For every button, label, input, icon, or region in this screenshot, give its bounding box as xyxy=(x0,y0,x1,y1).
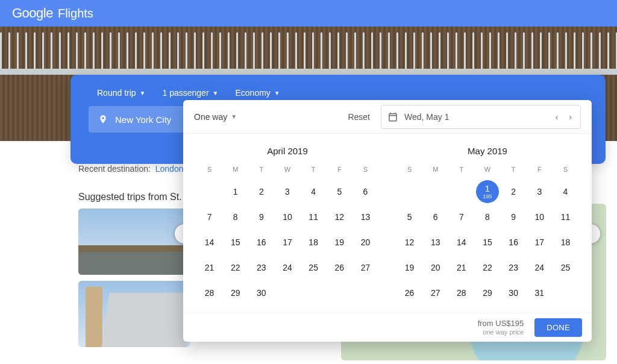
calendar-day[interactable]: 22 xyxy=(222,256,248,279)
weekday-label: T xyxy=(448,161,474,178)
calendar-day[interactable]: 7 xyxy=(196,206,222,228)
calendar-day[interactable]: 5 xyxy=(327,180,352,203)
calendar-day[interactable]: 20 xyxy=(422,256,448,279)
calendar-day[interactable]: 9 xyxy=(501,206,527,228)
weekday-label: S xyxy=(352,161,378,178)
calendar-day[interactable]: 9 xyxy=(248,206,274,228)
calendar-day[interactable]: 11 xyxy=(301,206,327,228)
week-row: 1195234 xyxy=(396,180,578,203)
calendar-day[interactable]: 11 xyxy=(553,206,578,228)
weekday-label: S xyxy=(196,161,222,178)
pin-icon xyxy=(98,113,108,125)
weekday-label: F xyxy=(527,161,553,178)
weekday-row: SMTWTFS xyxy=(196,161,378,178)
calendar-day[interactable]: 2 xyxy=(248,180,274,203)
week-row: 567891011 xyxy=(396,206,578,228)
calendar-day[interactable]: 26 xyxy=(396,281,422,304)
calendar-day[interactable]: 24 xyxy=(274,256,300,279)
trip-type-selector[interactable]: Round trip▼ xyxy=(97,88,146,98)
date-next-button[interactable]: › xyxy=(566,112,574,122)
calendar-day[interactable]: 23 xyxy=(501,256,527,279)
calendar-day[interactable]: 15 xyxy=(222,231,248,254)
calendar-day[interactable]: 27 xyxy=(352,256,378,279)
month-title: April 2019 xyxy=(196,146,378,156)
reset-button[interactable]: Reset xyxy=(348,112,370,122)
calendar-day[interactable]: 21 xyxy=(196,256,222,279)
weekday-label: T xyxy=(301,161,327,178)
calendar-day[interactable]: 4 xyxy=(301,180,327,203)
calendar-day[interactable]: 25 xyxy=(301,256,327,279)
calendar-day[interactable]: 28 xyxy=(448,281,474,304)
calendar-day[interactable]: 19 xyxy=(327,231,352,254)
date-prev-button[interactable]: ‹ xyxy=(553,112,561,122)
calendar-day[interactable]: 19 xyxy=(396,256,422,279)
calendar-day[interactable]: 2 xyxy=(501,180,527,203)
calendar-day[interactable]: 21 xyxy=(448,256,474,279)
calendar-day[interactable]: 28 xyxy=(196,281,222,304)
calendar-day[interactable]: 17 xyxy=(527,231,553,254)
calendar-day[interactable]: 6 xyxy=(352,180,378,203)
calendar-day[interactable]: 15 xyxy=(474,231,500,254)
weekday-label: T xyxy=(501,161,527,178)
calendar-day[interactable]: 3 xyxy=(527,180,553,203)
calendar-day[interactable]: 6 xyxy=(422,206,448,228)
calendar-day[interactable]: 1 xyxy=(222,180,248,203)
calendar-day[interactable]: 1195 xyxy=(476,180,499,203)
week-row: 19202122232425 xyxy=(396,256,578,279)
chevron-down-icon: ▼ xyxy=(213,90,219,96)
weekday-label: M xyxy=(222,161,248,178)
calendar-day[interactable]: 14 xyxy=(196,231,222,254)
calendar-month: April 2019SMTWTFS12345678910111213141516… xyxy=(196,142,378,307)
trip-card[interactable] xyxy=(78,281,190,347)
calendar-day[interactable]: 7 xyxy=(448,206,474,228)
calendar-day[interactable]: 18 xyxy=(553,231,578,254)
calendar-day[interactable]: 14 xyxy=(448,231,474,254)
passenger-selector[interactable]: 1 passenger▼ xyxy=(163,88,219,98)
calendar-day[interactable]: 20 xyxy=(352,231,378,254)
calendar-day[interactable]: 18 xyxy=(301,231,327,254)
calendar-day[interactable]: 27 xyxy=(422,281,448,304)
week-row: 282930 xyxy=(196,281,378,304)
calendar-day[interactable]: 24 xyxy=(527,256,553,279)
calendar-day[interactable]: 31 xyxy=(527,281,553,304)
calendar-day[interactable]: 22 xyxy=(474,256,500,279)
calendar-day[interactable]: 8 xyxy=(222,206,248,228)
calendar-day[interactable]: 16 xyxy=(501,231,527,254)
date-display-input[interactable]: Wed, May 1 ‹ › xyxy=(381,105,581,129)
google-logo: Google xyxy=(12,5,53,21)
calendar-day[interactable]: 25 xyxy=(553,256,578,279)
selected-date-text: Wed, May 1 xyxy=(404,112,547,122)
calendar-day[interactable]: 3 xyxy=(274,180,300,203)
cabin-selector[interactable]: Economy▼ xyxy=(235,88,280,98)
recent-destination-link[interactable]: London xyxy=(155,164,184,174)
week-row: 123456 xyxy=(196,180,378,203)
calendar-day[interactable]: 16 xyxy=(248,231,274,254)
calendar-day[interactable]: 4 xyxy=(553,180,578,203)
trip-mode-selector[interactable]: One way▼ xyxy=(194,112,237,122)
calendar-day[interactable]: 29 xyxy=(222,281,248,304)
calendar-day[interactable]: 29 xyxy=(474,281,500,304)
calendar-day[interactable]: 13 xyxy=(422,231,448,254)
picker-footer: from US$195 one way price DONE xyxy=(183,313,592,342)
calendar-day[interactable]: 30 xyxy=(501,281,527,304)
calendar-day[interactable]: 23 xyxy=(248,256,274,279)
weekday-row: SMTWTFS xyxy=(396,161,578,178)
calendar-day[interactable]: 13 xyxy=(352,206,378,228)
week-row: 12131415161718 xyxy=(396,231,578,254)
calendar-day[interactable]: 12 xyxy=(327,206,352,228)
weekday-label: T xyxy=(248,161,274,178)
calendar-day[interactable]: 12 xyxy=(396,231,422,254)
day-price: 195 xyxy=(483,194,492,199)
calendar-day[interactable]: 26 xyxy=(327,256,352,279)
calendar-day[interactable]: 17 xyxy=(274,231,300,254)
trip-card[interactable] xyxy=(78,209,190,275)
calendar-day[interactable]: 10 xyxy=(527,206,553,228)
top-bar: Google Flights xyxy=(0,0,617,27)
week-row: 262728293031 xyxy=(396,281,578,304)
calendar-day[interactable]: 8 xyxy=(474,206,500,228)
done-button[interactable]: DONE xyxy=(534,318,582,337)
chevron-down-icon: ▼ xyxy=(274,90,280,96)
calendar-day[interactable]: 30 xyxy=(248,281,274,304)
calendar-day[interactable]: 10 xyxy=(274,206,300,228)
calendar-day[interactable]: 5 xyxy=(396,206,422,228)
